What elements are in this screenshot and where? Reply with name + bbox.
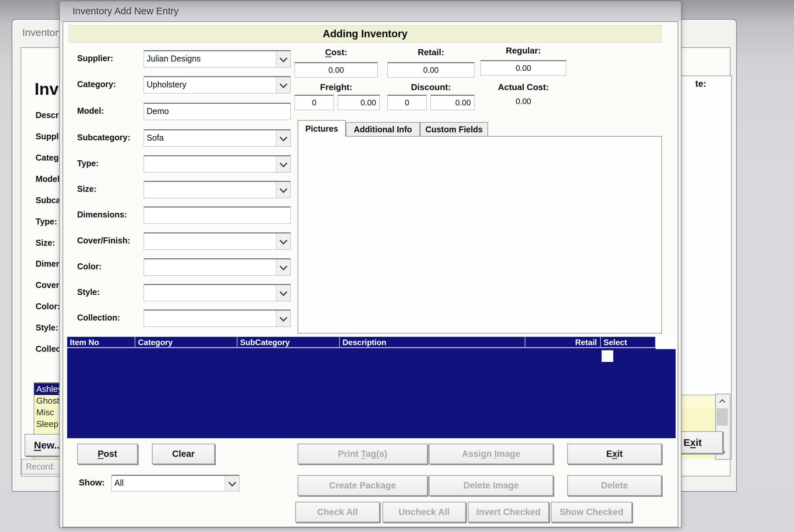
category-value: Upholstery	[147, 80, 187, 90]
show-label: Show:	[79, 477, 105, 488]
freight-amt-value: 0.00	[360, 98, 376, 108]
size-label: Size:	[77, 184, 96, 194]
color-select[interactable]	[144, 258, 290, 276]
exit-button[interactable]: Exit	[567, 443, 662, 464]
print-tags-button[interactable]: Print Tag(s)	[298, 443, 428, 464]
assign-image-button[interactable]: Assign Image	[429, 443, 553, 464]
dialog-title: Inventory Add New Entry	[73, 6, 178, 17]
collection-label: Collection:	[77, 313, 120, 323]
scrollbar-thumb[interactable]	[717, 408, 728, 425]
bg-label-model: Model:	[36, 174, 62, 184]
clear-button[interactable]: Clear	[152, 443, 215, 464]
bg-label-type: Type:	[36, 217, 57, 226]
discount-pct-input[interactable]: 0	[387, 95, 427, 110]
freight-amt-input[interactable]: 0.00	[338, 95, 380, 110]
chevron-down-icon[interactable]	[276, 156, 290, 172]
uncheck-all-label: Uncheck All	[399, 507, 450, 517]
create-package-button[interactable]: Create Package	[298, 475, 428, 496]
show-checked-button[interactable]: Show Checked	[551, 502, 632, 522]
col-header-category[interactable]: Category	[135, 337, 238, 348]
col-header-item-no[interactable]: Item No	[67, 337, 135, 348]
clear-label: Clear	[172, 449, 195, 459]
collection-select[interactable]	[144, 309, 290, 327]
category-label: Category:	[77, 79, 116, 89]
size-select[interactable]	[144, 181, 290, 198]
chevron-down-icon[interactable]	[276, 310, 290, 326]
desktop: Inventory Inventory Description: Supplie…	[0, 0, 794, 532]
regular-input[interactable]: 0.00	[480, 60, 566, 75]
cost-value: 0.00	[328, 65, 344, 75]
discount-amt-value: 0.00	[455, 98, 471, 108]
adding-inventory-header: Adding Inventory	[69, 25, 661, 42]
chevron-down-icon[interactable]	[225, 476, 239, 491]
uncheck-all-button[interactable]: Uncheck All	[382, 502, 466, 522]
model-input[interactable]: Demo	[144, 103, 290, 120]
pictures-panel	[298, 136, 662, 334]
supplier-value: Julian Designs	[147, 54, 201, 63]
delete-image-label: Delete Image	[464, 480, 519, 491]
show-select[interactable]: All	[111, 475, 240, 491]
regular-value: 0.00	[516, 63, 531, 73]
post-button[interactable]: Post	[77, 443, 138, 464]
col-header-select[interactable]: Select	[601, 337, 656, 348]
tab-additional-info[interactable]: Additional Info	[346, 122, 420, 137]
model-value: Demo	[147, 107, 169, 116]
model-label: Model:	[77, 106, 104, 116]
retail-input[interactable]: 0.00	[387, 62, 474, 77]
category-select[interactable]: Upholstery	[144, 76, 290, 93]
chevron-down-icon[interactable]	[276, 182, 290, 198]
chevron-down-icon[interactable]	[276, 77, 290, 93]
supplier-select[interactable]: Julian Designs	[144, 50, 290, 68]
type-select[interactable]	[144, 155, 290, 173]
subcategory-label: Subcategory:	[77, 133, 130, 142]
main-window-title: Inventory	[22, 27, 63, 38]
tab-pictures[interactable]: Pictures	[298, 120, 346, 137]
scroll-up-icon[interactable]	[716, 394, 729, 407]
assign-image-label: Assign Image	[462, 449, 521, 459]
exit-label: Exit	[606, 449, 623, 459]
delete-button[interactable]: Delete	[567, 475, 662, 496]
bg-label-size: Size:	[36, 238, 55, 248]
show-checked-label: Show Checked	[560, 507, 623, 517]
retail-label: Retail:	[387, 47, 474, 58]
col-header-subcategory[interactable]: SubCategory	[238, 337, 340, 348]
tab-custom-fields[interactable]: Custom Fields	[420, 122, 488, 137]
freight-pct-input[interactable]: 0	[295, 95, 334, 110]
check-all-label: Check All	[317, 507, 358, 517]
cover-finish-select[interactable]	[144, 232, 290, 250]
delete-image-button[interactable]: Delete Image	[429, 475, 553, 496]
chevron-down-icon[interactable]	[276, 233, 290, 249]
dialog-titlebar[interactable]: Inventory Add New Entry	[60, 1, 681, 21]
table-header-gap	[656, 337, 676, 349]
style-label: Style:	[77, 287, 100, 297]
style-select[interactable]	[144, 284, 290, 301]
bg-exit-label: Exit	[683, 437, 702, 448]
check-all-button[interactable]: Check All	[295, 502, 380, 522]
record-label: Record:	[26, 462, 55, 471]
supplier-label: Supplier:	[77, 54, 113, 63]
show-value: All	[114, 478, 124, 488]
dimensions-input[interactable]	[144, 207, 290, 224]
chevron-down-icon[interactable]	[276, 51, 290, 67]
invert-checked-label: Invert Checked	[476, 507, 541, 517]
subcategory-select[interactable]: Sofa	[144, 129, 290, 147]
cover-finish-label: Cover/Finish:	[77, 236, 130, 245]
chevron-down-icon[interactable]	[276, 130, 290, 146]
select-checkbox[interactable]	[602, 350, 613, 362]
discount-amt-input[interactable]: 0.00	[431, 95, 474, 110]
bg-label-style: Style:	[36, 323, 58, 332]
type-label: Type:	[77, 158, 99, 168]
cost-input[interactable]: 0.00	[295, 62, 378, 77]
dimensions-label: Dimensions:	[77, 210, 127, 220]
inventory-table[interactable]: Item No Category SubCategory Description…	[67, 337, 676, 438]
regular-label: Regular:	[480, 45, 566, 56]
chevron-down-icon[interactable]	[276, 259, 290, 275]
delete-label: Delete	[601, 480, 628, 491]
invert-checked-button[interactable]: Invert Checked	[468, 502, 549, 522]
col-header-description[interactable]: Description	[340, 337, 525, 348]
actual-cost-value: 0.00	[480, 97, 566, 106]
freight-pct-value: 0	[312, 98, 316, 108]
chevron-down-icon[interactable]	[276, 285, 290, 301]
col-header-retail[interactable]: Retail	[525, 337, 601, 348]
cost-label: Cost:	[295, 47, 378, 58]
